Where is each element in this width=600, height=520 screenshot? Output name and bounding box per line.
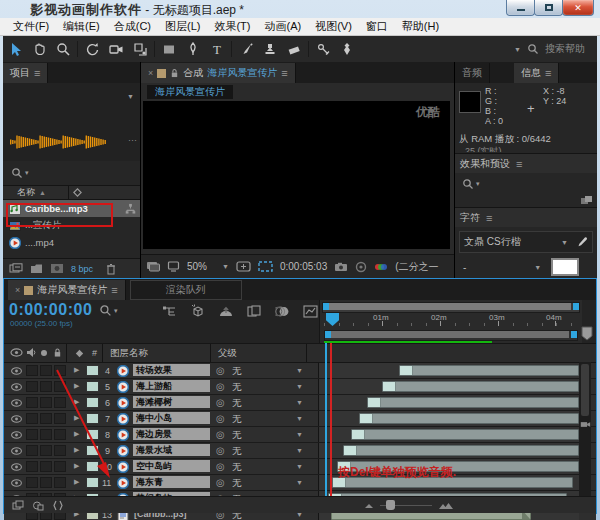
layer-row-7[interactable]: ▶7海中小岛◎无▼	[4, 411, 596, 427]
viewer-canvas[interactable]: 优酷	[143, 101, 450, 249]
draft-3d-icon[interactable]	[190, 304, 205, 318]
panel-menu-icon[interactable]: ≡	[281, 67, 287, 79]
panel-menu-icon[interactable]: ≡	[545, 67, 551, 79]
parent-chevron-down-icon[interactable]: ▼	[296, 383, 303, 390]
layer-color-swatch[interactable]	[86, 429, 99, 440]
parent-dropdown[interactable]: 无	[232, 397, 242, 410]
pick-whip-icon[interactable]: ◎	[216, 365, 225, 376]
close-button[interactable]: ✕	[562, 0, 594, 16]
hand-tool-button[interactable]	[27, 39, 51, 59]
pick-whip-icon[interactable]: ◎	[216, 445, 225, 456]
layer-name[interactable]: 海景水域	[133, 444, 210, 456]
parent-dropdown[interactable]: 无	[232, 381, 242, 394]
parent-dropdown[interactable]: 无	[232, 413, 242, 426]
pan-behind-tool-button[interactable]	[128, 39, 152, 59]
character-panel-title[interactable]: 字符	[460, 211, 480, 225]
stamp-tool-button[interactable]	[258, 39, 282, 59]
puppet-pin-tool-button[interactable]	[335, 39, 359, 59]
twirl-arrow-icon[interactable]: ▶	[74, 414, 79, 422]
tab-render-queue[interactable]: 渲染队列	[130, 280, 242, 300]
audio-column-icon[interactable]	[26, 347, 36, 358]
rectangle-tool-button[interactable]	[157, 39, 181, 59]
parent-chevron-down-icon[interactable]: ▼	[296, 399, 303, 406]
layer-color-swatch[interactable]	[86, 413, 99, 424]
layer-color-swatch[interactable]	[86, 397, 99, 408]
twirl-arrow-icon[interactable]: ▶	[74, 478, 79, 486]
lock-column-icon[interactable]	[53, 347, 62, 358]
twirl-arrow-icon[interactable]: ▶	[74, 398, 79, 406]
tab-audio[interactable]: 音频	[455, 63, 490, 83]
magnification-monitor-icon[interactable]	[167, 261, 180, 272]
camera-tool-button[interactable]	[104, 39, 128, 59]
comp-marker-bin-icon[interactable]	[580, 326, 594, 341]
always-preview-icon[interactable]	[146, 261, 160, 272]
layer-name[interactable]: 空中岛屿	[133, 460, 210, 472]
layer-in-point[interactable]	[333, 478, 346, 487]
zoom-slider-handle[interactable]	[386, 500, 395, 510]
layer-color-swatch[interactable]	[86, 477, 99, 488]
menu-item-6[interactable]: 视图(V)	[308, 19, 359, 34]
layer-name[interactable]: 转场效果	[133, 364, 210, 376]
project-item-2[interactable]: ....mp4	[3, 234, 140, 251]
menu-item-1[interactable]: 编辑(E)	[56, 19, 107, 34]
layer-row-10[interactable]: ▶10空中岛屿◎无▼	[4, 459, 596, 475]
time-ruler[interactable]: 01m02m03m04m	[320, 313, 582, 326]
parent-dropdown[interactable]: 无	[232, 445, 242, 458]
brush-tool-button[interactable]	[234, 39, 258, 59]
motion-blur-icon[interactable]	[275, 305, 290, 318]
tab-composition[interactable]: × 合成 海岸风景宣传片 ≡	[141, 63, 296, 83]
layer-in-point[interactable]	[400, 366, 413, 375]
navigator-end-handle[interactable]	[573, 303, 579, 310]
tab-close-icon[interactable]: ×	[15, 285, 20, 295]
scrollbar-thumb[interactable]	[581, 364, 589, 416]
layer-name[interactable]: 海上游船	[133, 380, 210, 392]
layer-in-point[interactable]	[344, 446, 357, 455]
layer-name[interactable]: 海边房景	[133, 428, 210, 440]
fill-color-swatch[interactable]	[551, 258, 579, 276]
layer-in-point[interactable]	[383, 382, 396, 391]
eyedropper-icon[interactable]	[576, 236, 588, 249]
resolution-dropdown[interactable]: (二分之一	[395, 260, 439, 274]
trash-icon[interactable]	[106, 263, 116, 275]
expand-layer-switches-icon[interactable]	[12, 500, 24, 511]
pick-whip-icon[interactable]: ◎	[216, 413, 225, 424]
eye-toggle-icon[interactable]	[10, 415, 23, 423]
type-tool-button[interactable]: T	[205, 39, 229, 59]
twirl-arrow-icon[interactable]: ▶	[74, 446, 79, 454]
zoom-chevron-down-icon[interactable]: ▼	[222, 263, 229, 270]
twirl-arrow-icon[interactable]: ▶	[74, 462, 79, 470]
menu-item-5[interactable]: 动画(A)	[258, 19, 309, 34]
rotate-tool-button[interactable]	[80, 39, 104, 59]
parent-column-header[interactable]: 父级	[218, 347, 237, 360]
parent-dropdown[interactable]: 无	[232, 477, 242, 490]
project-list-header[interactable]: 名称 ▲	[3, 186, 140, 200]
new-composition-icon[interactable]	[50, 263, 64, 274]
expand-in-out-icon[interactable]	[52, 500, 64, 511]
timeline-zoom-slider[interactable]	[380, 505, 432, 506]
pick-whip-icon[interactable]: ◎	[216, 429, 225, 440]
layer-duration-bar[interactable]	[351, 429, 579, 440]
solo-column-icon[interactable]	[40, 349, 48, 357]
preview-chevron-down-icon[interactable]: ▼	[127, 93, 134, 100]
panel-menu-icon[interactable]: ≡	[486, 212, 492, 224]
current-time-display[interactable]: 0:00:00:00	[9, 301, 92, 319]
navigator-bar[interactable]	[329, 303, 571, 310]
zoom-level-dropdown[interactable]: 50%	[187, 261, 207, 272]
name-column-header[interactable]: 名称	[17, 186, 35, 199]
twirl-arrow-icon[interactable]: ▶	[74, 382, 79, 390]
panel-menu-icon[interactable]: ≡	[111, 284, 117, 296]
pick-whip-icon[interactable]: ◎	[216, 381, 225, 392]
layer-row-6[interactable]: ▶6海滩椰树◎无▼	[4, 395, 596, 411]
graph-editor-icon[interactable]	[303, 305, 318, 318]
layer-duration-bar[interactable]	[337, 461, 579, 472]
work-area-end-handle[interactable]	[571, 331, 577, 338]
tab-close-icon[interactable]: ×	[148, 68, 153, 78]
effects-presets-title[interactable]: 效果和预设	[460, 157, 510, 171]
project-search-box[interactable]: ▾	[3, 161, 140, 186]
parent-chevron-down-icon[interactable]: ▼	[296, 447, 303, 454]
layer-row-5[interactable]: ▶5海上游船◎无▼	[4, 379, 596, 395]
layer-color-swatch[interactable]	[86, 461, 99, 472]
parent-dropdown[interactable]: 无	[232, 365, 242, 378]
project-item-1[interactable]: ...宣传片	[3, 217, 140, 234]
parent-chevron-down-icon[interactable]: ▼	[296, 479, 303, 486]
